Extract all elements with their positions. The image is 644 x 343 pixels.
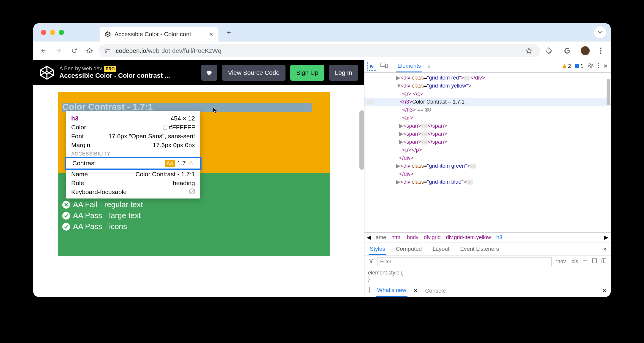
svg-rect-17 <box>386 64 387 68</box>
check-icon <box>62 212 70 220</box>
cls-button[interactable]: .cls <box>570 258 578 265</box>
dom-breadcrumb: ◀ amehtmlbodydiv.griddiv.grid-item.yello… <box>364 232 611 242</box>
device-toggle-button[interactable] <box>380 63 388 70</box>
google-account-button[interactable] <box>561 44 574 57</box>
styles-subtab[interactable]: Styles <box>369 243 386 255</box>
love-button[interactable] <box>201 65 217 81</box>
menu-button[interactable] <box>594 44 607 57</box>
close-drawer-button[interactable]: ✕ <box>602 287 607 294</box>
tab-search-button[interactable] <box>594 26 606 38</box>
svg-point-10 <box>600 52 602 54</box>
maximize-window-button[interactable] <box>59 30 64 35</box>
browser-toolbar: codepen.io/web-dot-dev/full/PoeKzWq <box>33 42 611 60</box>
svg-line-2 <box>108 33 110 35</box>
accessibility-section-header: ACCESSIBILITY <box>66 151 200 157</box>
more-styles-tabs-button[interactable]: » <box>603 246 607 252</box>
forward-button[interactable] <box>52 44 65 57</box>
name-label: Name <box>71 171 88 178</box>
url-text: codepen.io/web-dot-dev/full/PoeKzWq <box>116 47 221 54</box>
divider <box>392 63 392 70</box>
element-style-close: } <box>368 276 607 282</box>
codepen-title-block: A Pen by web.devPRO Accessible Color - C… <box>59 66 196 80</box>
svg-point-19 <box>598 63 599 64</box>
svg-point-20 <box>598 65 599 66</box>
tab-bar: Accessible Color - Color cont ✕ + <box>33 23 611 42</box>
profile-button[interactable] <box>579 44 592 57</box>
elements-tab[interactable]: Elements <box>396 60 422 72</box>
whats-new-tab[interactable]: What's new <box>376 285 407 297</box>
styles-subtab[interactable]: Computed <box>395 243 423 254</box>
close-whats-new-button[interactable]: ✕ <box>413 287 418 294</box>
keyboard-focusable-label: Keyboard-focusable <box>71 188 127 196</box>
more-tabs-button[interactable]: » <box>426 61 432 72</box>
styles-body[interactable]: element.style { } <box>364 268 611 284</box>
settings-button[interactable] <box>588 63 594 70</box>
extensions-button[interactable] <box>543 44 556 57</box>
breadcrumb-item[interactable]: html <box>391 234 402 240</box>
contrast-value: 1.7 <box>177 160 186 166</box>
reload-button[interactable] <box>68 44 81 57</box>
tooltip-dimensions: 454 × 12 <box>171 115 195 122</box>
view-source-button[interactable]: View Source Code <box>222 65 285 81</box>
breadcrumb-item[interactable]: div.grid-item.yellow <box>446 234 491 240</box>
svg-point-9 <box>600 50 602 51</box>
log-in-button[interactable]: Log In <box>329 65 358 81</box>
new-style-rule-button[interactable] <box>582 258 588 265</box>
breadcrumb-item[interactable]: body <box>407 234 418 240</box>
tab-title: Accessible Color - Color cont <box>115 31 205 38</box>
styles-subtab[interactable]: Event Listeners <box>459 243 500 254</box>
back-button[interactable] <box>37 44 50 57</box>
svg-point-4 <box>105 49 107 50</box>
url-bar[interactable]: codepen.io/web-dot-dev/full/PoeKzWq <box>99 44 540 57</box>
page-scrollbar[interactable] <box>359 110 364 170</box>
toggle-sidebar-button[interactable] <box>601 258 607 265</box>
name-value: Color Contrast - 1.7:1 <box>135 171 195 178</box>
tooltip-property-row: Margin17.6px 0px 0px <box>66 141 200 150</box>
breadcrumb-item[interactable]: h3 <box>497 234 502 240</box>
drawer-menu-button[interactable] <box>369 287 370 294</box>
site-info-icon[interactable] <box>103 47 112 55</box>
codepen-header: A Pen by web.devPRO Accessible Color - C… <box>33 60 364 85</box>
breadcrumb-right-button[interactable]: ▶ <box>604 234 608 241</box>
new-tab-button[interactable]: + <box>224 28 233 37</box>
warnings-badge[interactable]: 2 <box>562 63 571 69</box>
pen-author[interactable]: A Pen by web.dev <box>59 66 102 72</box>
svg-point-5 <box>105 51 107 53</box>
tooltip-property-row: Font17.6px "Open Sans", sans-serif <box>66 132 200 141</box>
contrast-status-row: AA Fail - regular text <box>62 200 326 209</box>
close-window-button[interactable] <box>41 30 46 35</box>
svg-rect-26 <box>602 259 606 263</box>
page-body: Color Contrast - 1.7:1 AA Fail - regular… <box>33 85 364 297</box>
window-controls <box>41 30 64 35</box>
styles-subtab[interactable]: Layout <box>431 243 451 254</box>
breadcrumb-item[interactable]: ame <box>376 234 386 240</box>
contrast-status-row: AA Pass - icons <box>62 222 326 231</box>
devtools-panel: Elements » 2 1 ✕ ▶<div class="grid-item … <box>364 60 611 297</box>
devtools-menu-button[interactable] <box>598 63 599 70</box>
computed-styles-sidebar-button[interactable] <box>592 258 597 265</box>
minimize-window-button[interactable] <box>50 30 55 35</box>
breadcrumb-item[interactable]: div.grid <box>424 234 441 240</box>
console-tab[interactable]: Console <box>424 285 447 296</box>
breadcrumb-left-button[interactable]: ◀ <box>367 234 371 241</box>
sign-up-button[interactable]: Sign Up <box>290 65 324 81</box>
styles-filter-bar: :hov .cls <box>364 255 611 268</box>
browser-tab[interactable]: Accessible Color - Color cont ✕ <box>100 27 218 42</box>
styles-filter-input[interactable] <box>377 257 552 266</box>
toolbar-divider <box>576 47 576 55</box>
devtools-drawer: What's new ✕ Console ✕ <box>364 284 611 297</box>
close-tab-button[interactable]: ✕ <box>209 32 214 36</box>
home-button[interactable] <box>83 44 96 57</box>
close-devtools-button[interactable]: ✕ <box>603 63 608 69</box>
inspect-element-button[interactable] <box>367 62 376 71</box>
pro-badge: PRO <box>104 66 116 72</box>
hov-button[interactable]: :hov <box>556 258 566 265</box>
info-badge[interactable]: 1 <box>575 63 583 69</box>
dom-tree[interactable]: ▶<div class="grid-item red">⋯</div> ▼<di… <box>364 73 611 232</box>
dom-scrollbar[interactable] <box>607 79 610 105</box>
devtools-toolbar: Elements » 2 1 ✕ <box>364 60 611 73</box>
yellow-heading: Color Contrast - 1.7:1 <box>62 102 153 112</box>
svg-point-29 <box>369 289 370 290</box>
bookmark-button[interactable] <box>522 44 535 57</box>
avatar-icon <box>581 46 590 55</box>
